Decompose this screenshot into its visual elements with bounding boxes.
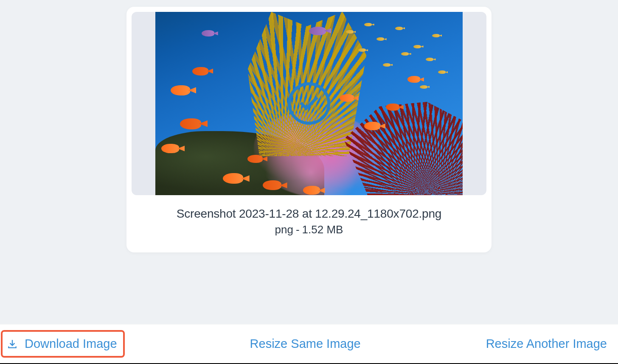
- main-content: Screenshot 2023-11-28 at 12.29.24_1180x7…: [0, 0, 618, 324]
- resize-another-button[interactable]: Resize Another Image: [486, 337, 607, 351]
- resize-another-label: Resize Another Image: [486, 337, 607, 351]
- download-icon: [7, 339, 18, 350]
- download-label: Download Image: [25, 337, 117, 351]
- result-card: Screenshot 2023-11-28 at 12.29.24_1180x7…: [126, 7, 492, 252]
- action-bar: Download Image Resize Same Image Resize …: [0, 324, 618, 364]
- resize-same-button[interactable]: Resize Same Image: [250, 337, 361, 351]
- file-size: 1.52 MB: [302, 223, 343, 236]
- success-indicator: [288, 82, 330, 125]
- file-info: Screenshot 2023-11-28 at 12.29.24_1180x7…: [132, 207, 486, 236]
- check-circle-icon: [288, 82, 330, 125]
- checkmark-icon: [300, 92, 318, 110]
- image-preview-container: [132, 12, 486, 195]
- file-meta: png-1.52 MB: [132, 223, 486, 236]
- file-format: png: [275, 223, 293, 236]
- resize-same-label: Resize Same Image: [250, 337, 361, 351]
- filename-label: Screenshot 2023-11-28 at 12.29.24_1180x7…: [132, 207, 486, 221]
- download-button[interactable]: Download Image: [1, 330, 125, 358]
